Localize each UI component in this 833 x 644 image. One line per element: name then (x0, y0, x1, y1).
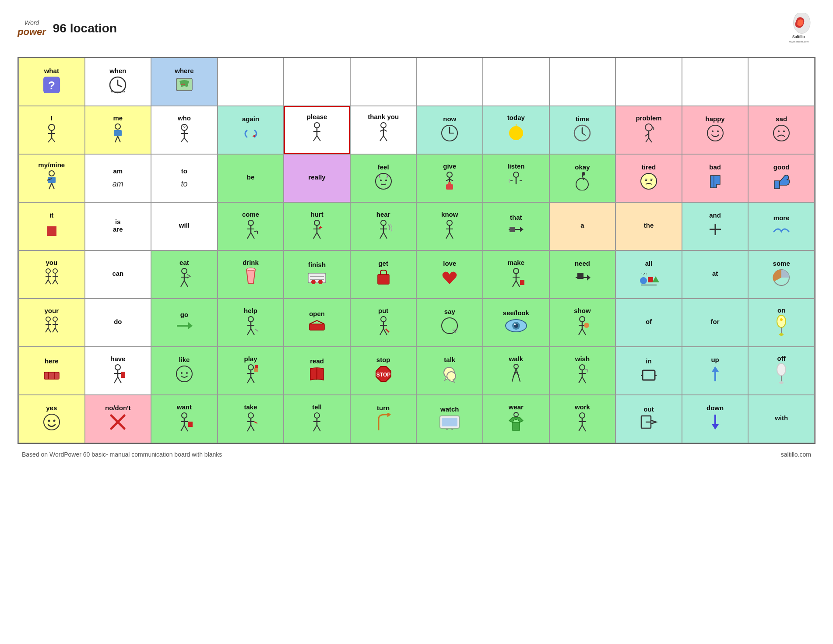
grid-cell-on[interactable]: on (748, 299, 815, 347)
grid-cell-who[interactable]: who? (151, 106, 218, 154)
grid-cell-come[interactable]: come (218, 202, 284, 250)
grid-cell-like[interactable]: like (151, 347, 218, 395)
cell-icon (573, 124, 591, 144)
grid-cell-again[interactable]: again (218, 106, 284, 154)
grid-cell-hear[interactable]: hear (350, 202, 417, 250)
grid-cell-no-don-t[interactable]: no/don't (85, 395, 151, 443)
grid-cell-some[interactable]: some (748, 250, 815, 299)
grid-cell-tired[interactable]: tired (615, 154, 682, 202)
grid-cell-more[interactable]: more (748, 202, 815, 250)
grid-cell-your[interactable]: your (18, 299, 85, 347)
grid-cell-all[interactable]: all↑↗↑ (615, 250, 682, 299)
svg-line-83 (247, 232, 251, 239)
grid-cell-down[interactable]: down (682, 395, 749, 443)
grid-cell-good[interactable]: good (748, 154, 815, 202)
grid-cell-yes[interactable]: yes (18, 395, 85, 443)
grid-cell-play[interactable]: play (218, 347, 284, 395)
grid-cell-bad[interactable]: bad (682, 154, 749, 202)
grid-cell-my-mine[interactable]: my/mine (18, 154, 85, 202)
grid-cell-help[interactable]: help (218, 299, 284, 347)
grid-cell-put[interactable]: put (350, 299, 417, 347)
grid-cell-3[interactable] (218, 58, 284, 106)
grid-cell-for[interactable]: for (682, 299, 749, 347)
grid-cell-7[interactable] (483, 58, 549, 106)
grid-cell-have[interactable]: have (85, 347, 151, 395)
grid-cell-problem[interactable]: problem (615, 106, 682, 154)
grid-cell-show[interactable]: show (549, 299, 616, 347)
grid-cell-where[interactable]: where (151, 58, 218, 106)
grid-cell-out[interactable]: out (615, 395, 682, 443)
grid-cell-open[interactable]: open (284, 299, 350, 347)
grid-cell-talk[interactable]: talk (416, 347, 483, 395)
grid-cell-will[interactable]: will (151, 202, 218, 250)
grid-cell-need[interactable]: need (549, 250, 616, 299)
grid-cell-with[interactable]: with (748, 395, 815, 443)
grid-cell-you[interactable]: you (18, 250, 85, 299)
grid-cell-11[interactable] (748, 58, 815, 106)
grid-cell-up[interactable]: up (682, 347, 749, 395)
grid-cell-really[interactable]: really (284, 154, 350, 202)
grid-cell-when[interactable]: when (85, 58, 151, 106)
grid-cell-10[interactable] (682, 58, 749, 106)
grid-cell-work[interactable]: work (549, 395, 616, 443)
grid-cell-to[interactable]: toto (151, 154, 218, 202)
grid-cell-time[interactable]: time (549, 106, 616, 154)
grid-cell-a[interactable]: a (549, 202, 616, 250)
grid-cell-do[interactable]: do (85, 299, 151, 347)
grid-cell-go[interactable]: go (151, 299, 218, 347)
grid-cell-know[interactable]: know (416, 202, 483, 250)
grid-cell-make[interactable]: make (483, 250, 549, 299)
grid-cell-off[interactable]: off (748, 347, 815, 395)
grid-cell-finish[interactable]: finish (284, 250, 350, 299)
grid-cell-take[interactable]: take (218, 395, 284, 443)
grid-cell-see-look[interactable]: see/look (483, 299, 549, 347)
grid-cell-sad[interactable]: sad (748, 106, 815, 154)
grid-cell-me[interactable]: me (85, 106, 151, 154)
grid-cell-want[interactable]: want (151, 395, 218, 443)
grid-cell-at[interactable]: at (682, 250, 749, 299)
grid-cell-be[interactable]: be (218, 154, 284, 202)
grid-cell-the[interactable]: the (615, 202, 682, 250)
grid-cell-it[interactable]: it (18, 202, 85, 250)
grid-cell-wish[interactable]: wish (549, 347, 616, 395)
grid-cell-here[interactable]: here (18, 347, 85, 395)
grid-cell-happy[interactable]: happy (682, 106, 749, 154)
grid-cell-okay[interactable]: okay (549, 154, 616, 202)
grid-cell-give[interactable]: give (416, 154, 483, 202)
grid-cell-now[interactable]: now (416, 106, 483, 154)
grid-cell-read[interactable]: read (284, 347, 350, 395)
grid-cell-8[interactable] (549, 58, 616, 106)
grid-cell-thank-you[interactable]: thank you (350, 106, 417, 154)
grid-cell-today[interactable]: today (483, 106, 549, 154)
grid-cell-and[interactable]: and (682, 202, 749, 250)
grid-cell-tell[interactable]: tell (284, 395, 350, 443)
grid-cell-please[interactable]: please (284, 106, 350, 154)
grid-cell-I[interactable]: I (18, 106, 85, 154)
grid-cell-can[interactable]: can (85, 250, 151, 299)
grid-cell-wear[interactable]: wear (483, 395, 549, 443)
grid-cell-feel[interactable]: feel (350, 154, 417, 202)
grid-cell-love[interactable]: love (416, 250, 483, 299)
grid-cell-is-are[interactable]: is are (85, 202, 151, 250)
grid-cell-say[interactable]: say (416, 299, 483, 347)
grid-cell-4[interactable] (284, 58, 350, 106)
grid-cell-walk[interactable]: walk (483, 347, 549, 395)
grid-cell-hurt[interactable]: hurt (284, 202, 350, 250)
grid-cell-listen[interactable]: listen (483, 154, 549, 202)
grid-cell-9[interactable] (615, 58, 682, 106)
svg-line-190 (251, 377, 254, 383)
grid-cell-what[interactable]: what? (18, 58, 85, 106)
cell-label: know (441, 211, 458, 218)
grid-cell-get[interactable]: get (350, 250, 417, 299)
grid-cell-am[interactable]: amam (85, 154, 151, 202)
grid-cell-stop[interactable]: stopSTOP (350, 347, 417, 395)
grid-cell-of[interactable]: of (615, 299, 682, 347)
grid-cell-6[interactable] (416, 58, 483, 106)
grid-cell-that[interactable]: that (483, 202, 549, 250)
grid-cell-eat[interactable]: eat (151, 250, 218, 299)
grid-cell-watch[interactable]: watch (416, 395, 483, 443)
grid-cell-turn[interactable]: turn (350, 395, 417, 443)
grid-cell-drink[interactable]: drink (218, 250, 284, 299)
grid-cell-in[interactable]: in (615, 347, 682, 395)
grid-cell-5[interactable] (350, 58, 417, 106)
